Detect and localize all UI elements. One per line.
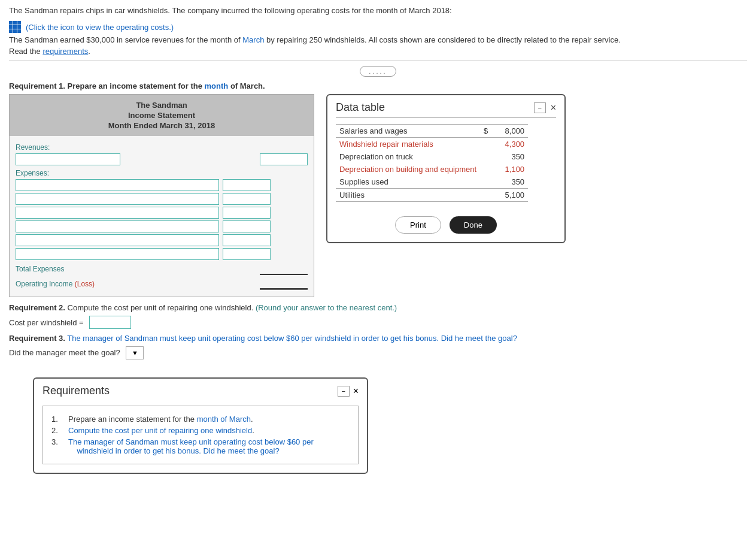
- dt-amount-2: 350: [492, 150, 528, 163]
- req2-label: Requirement 2. Compute the cost per unit…: [9, 303, 747, 312]
- dt-row-1: Windshield repair materials 4,300: [336, 138, 528, 151]
- expense-row-3: [16, 207, 308, 219]
- dt-label-1: Windshield repair materials: [336, 138, 480, 151]
- dt-dollar-5: [480, 189, 492, 202]
- dt-table: Salaries and wages $ 8,000 Windshield re…: [327, 124, 564, 202]
- dt-amount-3: 1,100: [492, 163, 528, 176]
- grid-icon: [9, 21, 21, 33]
- is-body: Revenues: Expenses:: [10, 136, 314, 297]
- req-popup-minimize-button[interactable]: −: [338, 386, 350, 397]
- dt-minimize-button[interactable]: −: [534, 102, 546, 113]
- dt-dollar-3: [480, 163, 492, 176]
- expense-row-5: [16, 234, 308, 246]
- req-item-3: 3. The manager of Sandman must keep unit…: [51, 437, 350, 455]
- operating-income-row: Operating Income (Loss): [16, 278, 308, 290]
- data-table-panel: Data table − × Salaries and wages $ 8,00…: [326, 94, 566, 243]
- intro-line2: The Sandman earned $30,000 in service re…: [9, 35, 747, 44]
- req-popup-close-button[interactable]: ×: [353, 386, 359, 397]
- dt-dollar-0: $: [480, 125, 492, 138]
- revenues-row: [16, 153, 308, 165]
- expense-row-2: [16, 193, 308, 205]
- dt-row-0: Salaries and wages $ 8,000: [336, 125, 528, 138]
- expense-row-1: [16, 179, 308, 191]
- dt-row-5: Utilities 5,100: [336, 189, 528, 202]
- expense-row-4: [16, 220, 308, 232]
- dt-label-0: Salaries and wages: [336, 125, 480, 138]
- expense-amt-3[interactable]: [223, 207, 271, 219]
- total-expenses-label: Total Expenses: [16, 265, 260, 273]
- icon-link[interactable]: (Click the icon to view the operating co…: [9, 21, 174, 33]
- expense-desc-4[interactable]: [16, 220, 219, 232]
- expense-amt-5[interactable]: [223, 234, 271, 246]
- dt-close-button[interactable]: ×: [551, 102, 556, 113]
- requirements-popup: Requirements − × 1. Prepare an income st…: [33, 377, 368, 474]
- data-table-header: Data table − ×: [327, 95, 564, 117]
- req-item-2: 2. Compute the cost per unit of repairin…: [51, 426, 350, 435]
- expense-amt-1[interactable]: [223, 179, 271, 191]
- data-table-title: Data table: [336, 101, 385, 114]
- operating-income-label: Operating Income (Loss): [16, 280, 260, 288]
- dt-label-3: Depreciation on building and equipment: [336, 163, 480, 176]
- cost-per-windshield-input[interactable]: [89, 316, 131, 329]
- expense-row-6: [16, 248, 308, 260]
- dt-row-3: Depreciation on building and equipment 1…: [336, 163, 528, 176]
- main-divider: [9, 61, 747, 61]
- intro-read: Read the requirements.: [9, 47, 747, 56]
- dt-buttons: Print Done: [327, 208, 564, 242]
- revenues-description-input[interactable]: [16, 153, 120, 165]
- req3-question-row: Did the manager meet the goal? ▼: [9, 346, 747, 359]
- expense-amt-2[interactable]: [223, 193, 271, 205]
- req3-area: Requirement 3. The manager of Sandman mu…: [9, 334, 747, 359]
- req3-label: Requirement 3. The manager of Sandman mu…: [9, 334, 747, 343]
- income-statement: The Sandman Income Statement Month Ended…: [9, 94, 314, 297]
- req-item-1: 1. Prepare an income statement for the m…: [51, 415, 350, 424]
- dt-dollar-4: [480, 176, 492, 189]
- intro-line1: The Sandman repairs chips in car windshi…: [9, 6, 747, 15]
- print-button[interactable]: Print: [395, 216, 441, 234]
- is-title: The Sandman: [12, 101, 311, 110]
- req-content: 1. Prepare an income statement for the m…: [42, 406, 359, 464]
- expense-amt-6[interactable]: [223, 248, 271, 260]
- dt-label-2: Depreciation on truck: [336, 150, 480, 163]
- dt-amount-5: 5,100: [492, 189, 528, 202]
- icon-link-label[interactable]: (Click the icon to view the operating co…: [26, 23, 174, 32]
- dt-row-2: Depreciation on truck 350: [336, 150, 528, 163]
- dt-label-5: Utilities: [336, 189, 480, 202]
- dt-controls: − ×: [534, 102, 556, 113]
- is-header: The Sandman Income Statement Month Ended…: [10, 95, 314, 136]
- revenues-label: Revenues:: [16, 143, 308, 152]
- req-popup-title: Requirements: [42, 385, 110, 397]
- dt-label-4: Supplies used: [336, 176, 480, 189]
- done-button[interactable]: Done: [450, 216, 497, 234]
- dt-row-4: Supplies used 350: [336, 176, 528, 189]
- dt-divider: [336, 117, 556, 118]
- expenses-label: Expenses:: [16, 169, 308, 177]
- expense-desc-3[interactable]: [16, 207, 219, 219]
- expense-amt-4[interactable]: [223, 220, 271, 232]
- rp-controls: − ×: [338, 386, 359, 397]
- dots-divider: .....: [9, 66, 747, 77]
- operating-income-input[interactable]: [260, 278, 308, 290]
- req2-cost-row: Cost per windshield =: [9, 316, 747, 329]
- dt-amount-1: 4,300: [492, 138, 528, 151]
- is-period: Month Ended March 31, 2018: [12, 121, 311, 130]
- revenues-amount-input[interactable]: [260, 153, 308, 165]
- expense-desc-6[interactable]: [16, 248, 219, 260]
- total-expenses-input[interactable]: [260, 263, 308, 275]
- is-subtitle: Income Statement: [12, 111, 311, 120]
- dt-dollar-1: [480, 138, 492, 151]
- main-area: The Sandman Income Statement Month Ended…: [9, 94, 747, 297]
- expense-desc-1[interactable]: [16, 179, 219, 191]
- dt-dollar-2: [480, 150, 492, 163]
- dt-amount-4: 350: [492, 176, 528, 189]
- requirements-link[interactable]: requirements: [42, 47, 88, 56]
- total-expenses-row: Total Expenses: [16, 263, 308, 275]
- expense-desc-5[interactable]: [16, 234, 219, 246]
- req-popup-header: Requirements − ×: [34, 379, 367, 401]
- req1-label: Requirement 1. Prepare an income stateme…: [9, 81, 747, 90]
- expense-desc-2[interactable]: [16, 193, 219, 205]
- dt-amount-0: 8,000: [492, 125, 528, 138]
- did-meet-goal-dropdown[interactable]: ▼: [126, 346, 144, 359]
- req2-area: Requirement 2. Compute the cost per unit…: [9, 303, 747, 329]
